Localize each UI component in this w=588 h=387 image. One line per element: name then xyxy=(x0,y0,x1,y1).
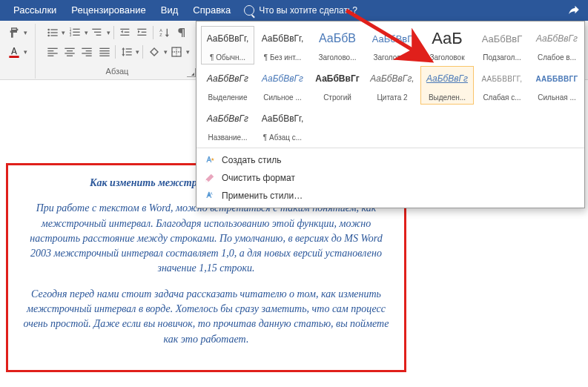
tell-me-search[interactable]: Что вы хотите сделать? xyxy=(244,5,357,16)
shading-icon[interactable] xyxy=(146,44,162,59)
align-right-icon[interactable] xyxy=(79,44,95,59)
svg-text:A: A xyxy=(159,28,162,33)
style-preview: АаБбВвГг xyxy=(536,28,578,49)
style-preview: АаБбВвГ xyxy=(372,28,413,49)
line-spacing-icon[interactable] xyxy=(119,44,134,59)
svg-rect-7 xyxy=(73,29,79,30)
style-preview: АаБбВ xyxy=(319,28,356,49)
svg-rect-5 xyxy=(50,35,57,36)
share-icon[interactable] xyxy=(567,3,582,18)
svg-point-0 xyxy=(47,29,50,31)
style-preview: АаБ xyxy=(432,28,463,49)
style-item[interactable]: АаБбВвГгСлабое в... xyxy=(530,26,584,64)
svg-rect-26 xyxy=(47,56,53,56)
style-preview: АаБбВвГг xyxy=(207,108,248,129)
search-icon xyxy=(244,5,254,16)
style-preview: ААББВВГГ xyxy=(536,68,578,89)
style-preview: АаБбВвГ xyxy=(482,28,523,49)
style-item[interactable]: АаБбВвГгВыделение xyxy=(201,66,254,105)
svg-rect-15 xyxy=(120,29,129,30)
style-item[interactable]: АаБбВвГг,¶ Абзац с... xyxy=(256,106,309,145)
apply-styles-label: Применить стили… xyxy=(222,191,303,201)
paragraph-dialog-launcher[interactable] xyxy=(187,68,196,77)
style-preview: АаБбВвГг xyxy=(207,68,248,89)
apply-styles-item[interactable]: A Применить стили… xyxy=(196,187,584,205)
bullets-icon[interactable] xyxy=(44,25,60,40)
style-item[interactable]: АаБбВвГПодзагол... xyxy=(475,26,529,64)
align-left-icon[interactable] xyxy=(44,44,60,59)
menu-mailings[interactable]: Рассылки xyxy=(6,0,64,21)
style-item[interactable]: ААББВВГГ,Слабая с... xyxy=(475,66,529,105)
svg-point-4 xyxy=(47,35,50,37)
style-item[interactable]: АаБбВвГг,¶ Без инт... xyxy=(256,26,309,64)
svg-rect-14 xyxy=(96,35,102,36)
svg-rect-16 xyxy=(124,32,129,33)
style-label: Строгий xyxy=(323,93,351,102)
svg-rect-38 xyxy=(99,56,109,56)
style-label: Цитата 2 xyxy=(377,93,407,102)
svg-rect-1 xyxy=(50,29,57,30)
menu-help[interactable]: Справка xyxy=(185,0,238,21)
style-label: ¶ Абзац с... xyxy=(263,133,302,142)
borders-icon[interactable] xyxy=(169,44,185,59)
svg-rect-36 xyxy=(99,50,109,51)
svg-rect-41 xyxy=(125,54,131,55)
style-item[interactable]: АаБбВвГгНазвание... xyxy=(201,106,254,145)
doc-paragraph: При работе с текстом в Word, можно встре… xyxy=(19,201,394,276)
svg-rect-31 xyxy=(82,48,92,49)
clear-format-item[interactable]: Очистить формат xyxy=(196,169,584,187)
style-item[interactable]: АаБбВвГгВыделен... xyxy=(420,66,474,105)
style-item[interactable]: АаБбВвГг,Цитата 2 xyxy=(366,66,419,105)
style-label: Слабое в... xyxy=(538,53,576,62)
sort-icon[interactable]: AZ xyxy=(156,25,172,40)
style-label: ¶ Без инт... xyxy=(264,53,301,62)
svg-rect-33 xyxy=(82,53,92,53)
style-label: Выделение xyxy=(208,93,248,102)
style-item[interactable]: АаБбВвГгСильное ... xyxy=(256,66,309,105)
style-label: Сильная ... xyxy=(538,93,575,102)
style-label: ¶ Обычн... xyxy=(210,53,245,62)
increase-indent-icon[interactable] xyxy=(134,25,150,40)
svg-point-2 xyxy=(47,32,50,34)
style-label: Заголовок xyxy=(429,53,464,62)
svg-rect-18 xyxy=(137,29,146,30)
svg-rect-25 xyxy=(47,53,57,53)
format-painter-icon[interactable] xyxy=(6,25,22,40)
align-center-icon[interactable] xyxy=(62,44,77,59)
svg-rect-29 xyxy=(65,53,74,53)
style-preview: ААББВВГГ, xyxy=(482,68,523,89)
svg-rect-17 xyxy=(120,35,129,36)
style-label: Заголово... xyxy=(374,53,412,62)
menu-review[interactable]: Рецензирование xyxy=(64,0,153,21)
style-preview: АаБбВвГг, xyxy=(262,28,304,49)
style-item[interactable]: АаБЗаголовок xyxy=(420,26,474,64)
style-preview: АаБбВвГг, xyxy=(262,108,304,129)
style-item[interactable]: АаБбВвГЗаголово... xyxy=(366,26,419,64)
align-justify-icon[interactable] xyxy=(96,44,112,59)
svg-text:Z: Z xyxy=(159,33,162,37)
svg-rect-40 xyxy=(125,51,131,52)
svg-rect-30 xyxy=(67,56,73,56)
svg-text:A: A xyxy=(211,192,214,196)
svg-rect-13 xyxy=(94,32,101,33)
style-item[interactable]: АаБбВЗаголово... xyxy=(311,26,364,64)
style-label: Выделен... xyxy=(429,93,466,102)
style-item[interactable]: ААББВВГГСильная ... xyxy=(530,66,584,105)
clear-format-label: Очистить формат xyxy=(222,173,295,183)
decrease-indent-icon[interactable] xyxy=(117,25,133,40)
style-preview: АаБбВвГг, xyxy=(207,28,249,49)
style-label: Подзагол... xyxy=(483,53,521,62)
svg-rect-32 xyxy=(86,50,92,51)
menu-view[interactable]: Вид xyxy=(153,0,186,21)
create-style-item[interactable]: ★ Создать стиль xyxy=(196,151,584,169)
font-color-icon[interactable] xyxy=(6,44,22,59)
numbering-icon[interactable]: 123 xyxy=(67,25,82,40)
svg-rect-3 xyxy=(50,32,57,33)
svg-rect-35 xyxy=(99,48,109,49)
multilevel-list-icon[interactable] xyxy=(90,25,105,40)
style-item[interactable]: АаБбВвГг,¶ Обычн... xyxy=(201,26,254,64)
show-marks-icon[interactable] xyxy=(174,25,190,40)
style-item[interactable]: АаБбВвГгСтрогий xyxy=(311,66,364,105)
style-preview: АаБбВвГг xyxy=(315,68,359,89)
menubar: Рассылки Рецензирование Вид Справка Что … xyxy=(0,0,588,21)
